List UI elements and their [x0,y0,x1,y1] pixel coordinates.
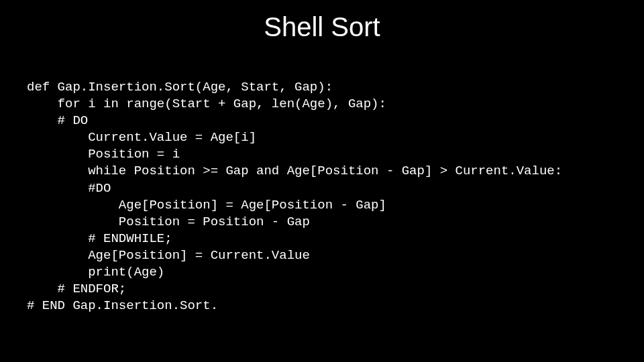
code-line: Current.Value = Age[i] [27,130,256,145]
code-block: def Gap.Insertion.Sort(Age, Start, Gap):… [0,62,644,314]
code-line: #DO [27,181,111,196]
code-line: Position = Position - Gap [27,215,310,229]
code-line: # END Gap.Insertion.Sort. [27,298,218,313]
code-line: # ENDFOR; [27,282,126,296]
code-line: # ENDWHILE; [27,231,172,246]
code-line: # DO [27,113,88,128]
code-line: Age[Position] = Current.Value [27,248,310,263]
slide: Shell Sort def Gap.Insertion.Sort(Age, S… [0,0,644,362]
code-line: Age[Position] = Age[Position - Gap] [27,198,386,213]
code-line: while Position >= Gap and Age[Position -… [27,164,562,178]
code-line: def Gap.Insertion.Sort(Age, Start, Gap): [27,80,333,95]
code-line: print(Age) [27,265,164,280]
slide-title: Shell Sort [0,0,644,62]
code-line: for i in range(Start + Gap, len(Age), Ga… [27,97,386,111]
code-line: Position = i [27,147,180,162]
